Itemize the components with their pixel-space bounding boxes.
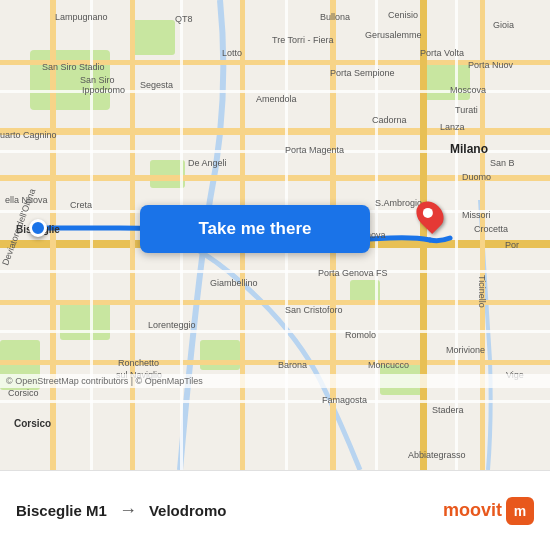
svg-rect-2 [130,20,175,55]
svg-rect-13 [0,300,550,305]
map-attribution: © OpenStreetMap contributors | © OpenMap… [0,374,550,388]
station-from: Bisceglie M1 [16,502,107,519]
moovit-logo: moovit m [443,497,534,525]
svg-rect-21 [480,0,485,470]
svg-rect-14 [0,360,550,365]
svg-rect-5 [60,300,110,340]
map-container: Lampugnano QT8 Bullona Cenisio Gerusalem… [0,0,550,470]
moovit-icon: m [506,497,534,525]
svg-rect-15 [0,60,550,65]
svg-rect-10 [0,128,550,135]
svg-rect-4 [200,340,240,370]
moovit-text: moovit [443,500,502,521]
start-marker [29,219,47,237]
svg-rect-17 [130,0,135,470]
svg-rect-32 [455,0,458,470]
svg-rect-7 [420,60,470,100]
svg-rect-11 [0,175,550,181]
svg-rect-1 [30,50,110,110]
svg-rect-23 [0,150,550,153]
svg-rect-31 [375,0,378,470]
svg-rect-16 [50,0,56,470]
bottom-bar: Bisceglie M1 → Velodromo moovit m [0,470,550,550]
svg-rect-20 [420,0,427,470]
end-marker [418,200,442,230]
station-to: Velodromo [149,502,227,519]
arrow-icon: → [119,500,137,521]
svg-rect-22 [0,90,550,93]
take-me-there-button[interactable]: Take me there [140,205,370,253]
svg-rect-28 [90,0,93,470]
svg-rect-25 [0,270,550,273]
svg-rect-27 [0,400,550,403]
svg-rect-26 [0,330,550,333]
svg-rect-8 [150,160,185,188]
